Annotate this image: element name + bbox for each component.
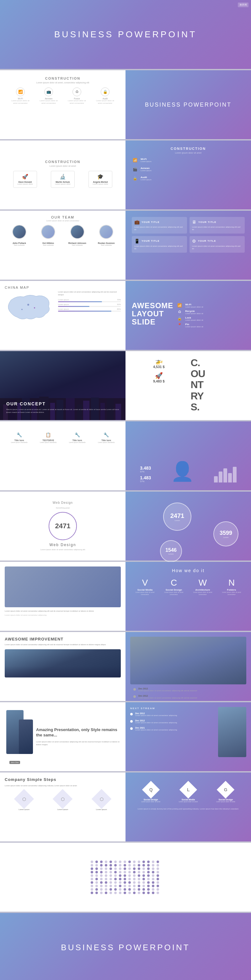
bullet-lock-label: Audit [141, 176, 245, 179]
dot-99 [133, 881, 136, 884]
dot-61 [95, 874, 98, 877]
dot-111 [119, 885, 122, 887]
bullet-wifi-desc: Lorem ipsum [141, 161, 245, 162]
next-stream-title: NEXT STREAM [130, 707, 215, 710]
team-role-1: Lorem ipsum dolor [17, 183, 33, 185]
step-desc-l: Lorem ipsum dolor sit amet [179, 801, 198, 803]
dot-144 [133, 892, 136, 894]
how-text-n: Lorem ipsum dolor sit amet consectetur [218, 591, 245, 595]
bullet-wifi: 📶 Wi-Fi Lorem ipsum [132, 158, 245, 162]
dot-60 [91, 874, 93, 877]
title-item-sub-4: Lorem ipsum Standards [98, 441, 115, 443]
slide11-right-text: NEXT STREAM Dec 2012 Lorem ipsum dolor s… [130, 707, 215, 767]
dot11-text-2: Lorem ipsum dolor sit amet consectetur a… [135, 722, 177, 724]
dot-31 [95, 867, 98, 870]
member-info-2: Kei Hitkino Sed molestie [37, 242, 59, 246]
dot-114 [133, 885, 136, 887]
slide-2-row: CONSTRUCTION Lorem ipsum dolor sit amet,… [0, 70, 251, 139]
dot-121 [95, 888, 98, 891]
slide-9-left: Lorem ipsum dolor sit amet consectetur a… [0, 562, 126, 631]
slide-6-right: 🚁 4,531 $ 🚀 9,483 $ C.OUNTRYS. [126, 351, 251, 420]
progress-2: Lorem ipsum 50% [58, 304, 121, 307]
dot-circle-1 [133, 688, 136, 690]
dot-84 [133, 878, 136, 880]
dot-110 [114, 885, 117, 887]
slide-5-row: CHINA MAP Lorem ipsum dolor sit amet con… [0, 281, 251, 350]
title-box-text-3: Lorem ipsum dolor sit amet consectetur a… [134, 245, 184, 250]
china-map-svg [5, 291, 53, 325]
lock-icon: 🔒 [101, 88, 109, 96]
dot-20 [114, 864, 117, 867]
dot-134 [157, 888, 159, 891]
dot-4 [109, 861, 112, 863]
country-stats-left: 🚁 4,531 $ 🚀 9,483 $ [132, 357, 186, 414]
dot-57 [147, 871, 150, 873]
svg-point-1 [34, 307, 35, 309]
how-label-n: Folders [227, 589, 236, 591]
slide-11-left: John Doe Amazing Presentation, only Styl… [0, 702, 126, 771]
city-bg-photo [130, 637, 246, 684]
icon-item-wifi: 📶 Wi-Fi Lorem ipsum dolor sit amet conse… [10, 88, 31, 105]
bullet-item-3: 🔒 Lock Lorem ipsum dolor sit [176, 316, 203, 321]
wrench-icon-2: 🔧 [75, 432, 80, 438]
dot-133 [152, 888, 154, 891]
bullet-film: 🎬 Aenean Lorem ipsum [132, 167, 245, 172]
member-name-2: Kei Hitkino [42, 242, 54, 244]
icon-label-wifi: Wi-Fi [18, 97, 23, 100]
icon-label-tv: Aenean [45, 97, 53, 100]
dot-56 [142, 871, 145, 873]
title-box-label-2: YOUR TITLE [198, 221, 216, 224]
stat-value-1: 4,531 $ [132, 365, 186, 369]
logo-top-right: 澳界网 [238, 3, 248, 7]
step-grid: Q Social Design Lorem ipsum dolor sit am… [133, 783, 243, 803]
dot-122 [100, 888, 102, 891]
icon-label-lock: Audit [102, 97, 108, 100]
dot-29 [157, 864, 159, 867]
slide11-text-block: Amazing Presentation, only Style remains… [36, 707, 121, 767]
dot-149 [157, 892, 159, 894]
title-item-label-1: Title here [14, 439, 24, 441]
slide-dots [0, 843, 251, 912]
team-card-1: 🚀 Dave Donald Lorem ipsum dolor [13, 171, 37, 188]
dot-118 [152, 885, 154, 887]
step-item-q: Q Social Design Lorem ipsum dolor sit am… [133, 783, 168, 803]
team-role-3: Lorem ipsum dolor [93, 183, 108, 185]
dot-137 [100, 892, 102, 894]
dot-125 [114, 888, 117, 891]
dot-54 [133, 871, 136, 873]
dot-129 [133, 888, 136, 891]
bullet-text-3: Lorem ipsum dolor sit [185, 319, 203, 321]
letter-c: C [171, 578, 177, 588]
diamond-2: ⬡ Lorem ipsum [56, 792, 70, 810]
dot-22 [124, 864, 126, 867]
circle-2471: 2471 Lorem [163, 503, 191, 531]
member-title-2: Sed molestie [43, 244, 54, 246]
dot-27 [147, 864, 150, 867]
concept-title: OUR CONCEPT [6, 401, 119, 406]
slide-4-row: OUR TEAM Lorem ipsum dolor sit amet cons… [0, 211, 251, 280]
dot-24 [133, 864, 136, 867]
dot-147 [147, 892, 150, 894]
dot-127 [124, 888, 126, 891]
dot-87 [147, 878, 150, 880]
bar-2 [219, 471, 222, 482]
slide-7-left: 🔧 Title here Lorem ipsum Standards 📋 TES… [0, 422, 126, 490]
slide-8-left: Web Design Something great 2471 Web Desi… [0, 492, 126, 560]
dot-81 [119, 878, 122, 880]
team-card-2: 🔬 Martin Schulz Lorem ipsum dolor [51, 171, 75, 188]
dot-52 [124, 871, 126, 873]
how-grid: V Social Media Lorem ipsum dolor sit ame… [132, 578, 245, 595]
title-box-label-1: YOUR TITLE [142, 221, 160, 224]
how-label-c: Social Design [166, 589, 182, 591]
photo-4 [99, 225, 113, 239]
dot-136 [95, 892, 98, 894]
photo-person-label: John Doe [10, 761, 20, 764]
dot-94 [109, 881, 112, 884]
city-photo-10 [5, 649, 121, 678]
circle-num-3599: 3599 [220, 530, 232, 536]
dot-69 [133, 874, 136, 877]
improvement-text: Lorem ipsum dolor sit amet consectetur a… [5, 643, 121, 646]
dot11-circle-2 [130, 720, 133, 722]
dot-115 [138, 885, 140, 887]
slide-7-row: 🔧 Title here Lorem ipsum Standards 📋 TES… [0, 422, 251, 490]
